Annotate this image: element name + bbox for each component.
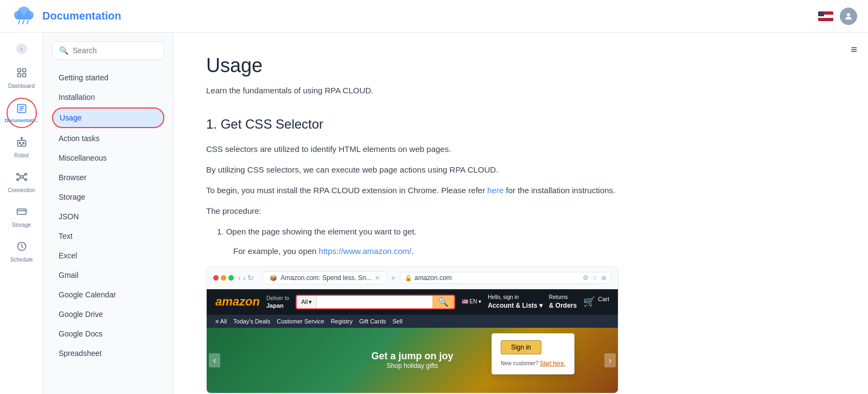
amazon-cart-link[interactable]: 🛒 Cart [583, 295, 609, 309]
svg-rect-3 [16, 15, 31, 20]
doc-sidebar: 🔍 Getting started Installation Usage Act… [43, 33, 174, 394]
svg-rect-30 [17, 209, 26, 214]
amazon-hero-next-button[interactable]: › [604, 353, 616, 367]
svg-line-26 [18, 174, 20, 176]
amazon-nav-customer-service[interactable]: Customer Service [277, 318, 324, 325]
amazon-nav-gift-cards[interactable]: Gift Cards [359, 318, 386, 325]
doc-nav-item-google-docs[interactable]: Google Docs [52, 325, 164, 343]
doc-nav-item-action-tasks[interactable]: Action tasks [52, 129, 164, 148]
search-input[interactable] [73, 46, 157, 55]
browser-maximize-dot [228, 275, 234, 281]
svg-line-6 [27, 21, 28, 24]
user-avatar[interactable] [840, 8, 857, 25]
amazon-page-content: amazon Deliver to Japan All ▾ 🔍 🇺🇸 EN ▾ [207, 289, 618, 393]
svg-point-23 [24, 173, 26, 175]
sidebar-item-documentation[interactable]: Documentati... [7, 98, 37, 128]
doc-nav-item-browser[interactable]: Browser [52, 168, 164, 187]
svg-rect-9 [22, 69, 25, 72]
sidebar-item-storage[interactable]: Storage [2, 202, 41, 232]
amazon-signin-popup: Sign in New customer? Start here. [492, 333, 575, 374]
svg-point-18 [19, 142, 21, 144]
sidebar-item-dashboard[interactable]: Dashboard [2, 63, 41, 93]
here-link[interactable]: here [487, 186, 503, 195]
doc-nav-item-getting-started[interactable]: Getting started [52, 68, 164, 87]
doc-nav-item-google-drive[interactable]: Google Drive [52, 305, 164, 323]
browser-new-tab-button[interactable]: + [391, 274, 395, 282]
amazon-deliver-to: Deliver to Japan [266, 295, 289, 309]
svg-line-29 [23, 177, 24, 180]
doc-nav-item-excel[interactable]: Excel [52, 246, 164, 265]
amazon-nav-all[interactable]: ≡ All [215, 318, 227, 325]
svg-line-27 [23, 174, 24, 176]
content-p2: By utilizing CSS selectors, we can execu… [206, 163, 835, 176]
svg-rect-10 [17, 74, 21, 77]
browser-minimize-dot [221, 275, 226, 281]
browser-url-bar[interactable]: 🔒 amazon.com ⚙ ☆ ⊕ [400, 272, 611, 284]
amazon-returns-link[interactable]: Returns& Orders [549, 294, 577, 310]
browser-tab-favicon: 📦 [270, 275, 277, 282]
sidebar-collapse-button[interactable]: › [16, 43, 27, 54]
amazon-search-button[interactable]: 🔍 [432, 296, 454, 308]
amazon-nav-deals[interactable]: Today's Deals [233, 318, 270, 325]
doc-nav-item-spreadsheet[interactable]: Spreadsheet [52, 344, 164, 363]
section1-title: 1. Get CSS Selector [206, 117, 835, 132]
browser-zoom-icon[interactable]: ⊕ [601, 274, 607, 282]
amazon-search-input[interactable] [317, 296, 432, 308]
doc-nav-item-installation[interactable]: Installation [52, 88, 164, 106]
amazon-hero-prev-button[interactable]: ‹ [209, 353, 220, 367]
sidebar-item-schedule[interactable]: Schedule [2, 237, 41, 267]
browser-reload-icon[interactable]: ↻ [247, 274, 254, 282]
doc-nav-item-google-calendar[interactable]: Google Calendar [52, 285, 164, 304]
doc-nav-item-storage[interactable]: Storage [52, 188, 164, 206]
amazon-search-category[interactable]: All ▾ [297, 296, 317, 308]
amazon-hero-text: Get a jump on joy Shop holiday gifts [371, 351, 453, 370]
sidebar-item-connection[interactable]: Connection [2, 167, 41, 198]
amazon-start-here-link[interactable]: Start here. [540, 360, 565, 366]
sidebar-item-label-documentation: Documentati... [5, 118, 39, 123]
connection-icon [16, 171, 27, 185]
doc-navigation: Getting started Installation Usage Actio… [43, 68, 173, 394]
amazon-link[interactable]: https://www.amazon.com/ [319, 246, 412, 256]
amazon-nav-sell[interactable]: Sell [393, 318, 403, 325]
doc-nav-item-usage[interactable]: Usage [52, 107, 164, 128]
language-flag-icon[interactable] [818, 11, 833, 21]
page-subtitle: Learn the fundamentals of using RPA CLOU… [206, 86, 835, 95]
browser-bookmark-icon[interactable]: ☆ [592, 274, 598, 282]
amazon-header-lang: 🇺🇸 EN ▾ [462, 298, 481, 306]
svg-rect-11 [22, 74, 25, 77]
page-title: Usage [206, 54, 835, 77]
content-p3: To begin, you must install the RPA CLOUD… [206, 184, 835, 197]
amazon-signin-button[interactable]: Sign in [501, 340, 541, 354]
sidebar-item-robot[interactable]: Robot [2, 132, 41, 163]
content-procedure-label: The procedure: [206, 205, 835, 218]
search-box[interactable]: 🔍 [52, 41, 164, 60]
amazon-search-bar: All ▾ 🔍 [296, 295, 455, 309]
svg-point-24 [16, 179, 18, 180]
browser-mockup: ‹ › ↻ 📦 Amazon.com: Spend less. Sn... ✕ … [206, 266, 618, 393]
browser-back-icon[interactable]: ‹ [238, 274, 241, 282]
svg-rect-8 [17, 69, 21, 72]
step1-sub-text: For example, you open https://www.amazon… [233, 245, 835, 258]
header-right [818, 8, 857, 25]
browser-forward-icon[interactable]: › [243, 274, 246, 282]
amazon-nav-registry[interactable]: Registry [331, 318, 353, 325]
doc-nav-item-miscellaneous[interactable]: Miscellaneous [52, 149, 164, 167]
app-logo-icon [11, 3, 37, 29]
doc-nav-item-json[interactable]: JSON [52, 207, 164, 226]
doc-nav-item-gmail[interactable]: Gmail [52, 266, 164, 284]
browser-tab-close-icon[interactable]: ✕ [375, 275, 380, 282]
browser-lock-icon: 🔒 [405, 275, 412, 282]
step1-text: 1. Open the page showing the element you… [217, 225, 835, 238]
amazon-header: amazon Deliver to Japan All ▾ 🔍 🇺🇸 EN ▾ [207, 289, 618, 315]
main-content: ≡ Usage Learn the fundamentals of using … [174, 33, 868, 394]
content-menu-icon[interactable]: ≡ [851, 43, 857, 56]
amazon-logo: amazon [215, 295, 260, 309]
amazon-nav-bar: ≡ All Today's Deals Customer Service Reg… [207, 315, 618, 328]
browser-extensions-icon[interactable]: ⚙ [583, 274, 589, 282]
amazon-account-link[interactable]: Hello, sign inAccount & Lists ▾ [488, 294, 542, 310]
icon-sidebar: › Dashboard Documentati... Robot Connect… [0, 33, 43, 394]
browser-active-tab[interactable]: 📦 Amazon.com: Spend less. Sn... ✕ [263, 271, 386, 284]
svg-line-5 [23, 21, 24, 24]
amazon-new-customer-text: New customer? Start here. [501, 360, 565, 366]
doc-nav-item-text[interactable]: Text [52, 227, 164, 245]
